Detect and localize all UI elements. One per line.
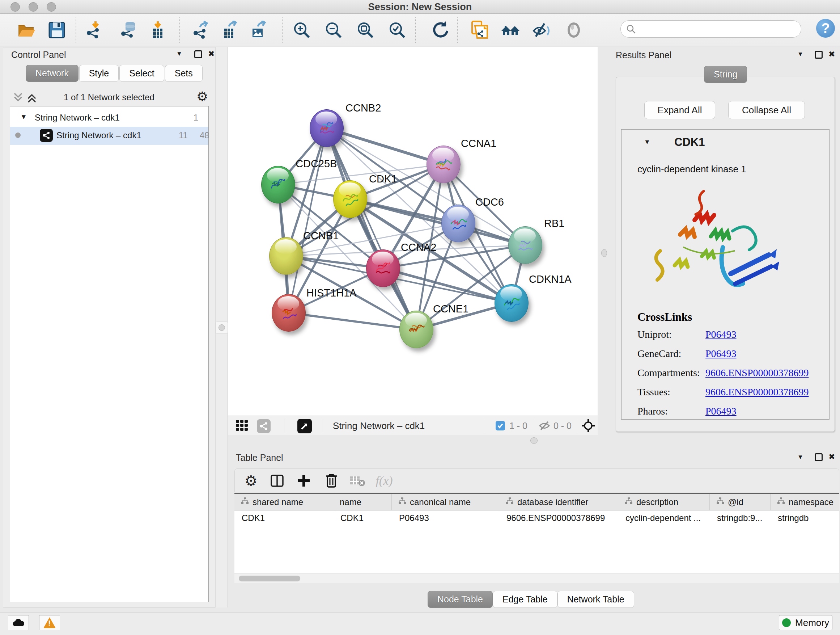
table-cell[interactable]: stringdb:9... bbox=[710, 513, 771, 523]
network-node-ccna1[interactable] bbox=[426, 146, 461, 183]
table-cell[interactable]: 9606.ENSP00000378699 bbox=[499, 513, 618, 523]
table-tab-node-table[interactable]: Node Table bbox=[428, 591, 493, 608]
expand-all-button[interactable]: Expand All bbox=[644, 101, 715, 119]
crosslink-link[interactable]: P06493 bbox=[706, 329, 737, 340]
bottom-splitter-handle[interactable] bbox=[531, 437, 538, 444]
panel-close-icon[interactable]: ✖ bbox=[829, 50, 835, 59]
network-node-cdc6[interactable] bbox=[441, 204, 475, 242]
network-collection-label: String Network – cdk1 bbox=[35, 112, 120, 123]
refresh-layout-icon[interactable] bbox=[431, 20, 451, 40]
add-column-icon[interactable] bbox=[295, 472, 312, 489]
warnings-button[interactable] bbox=[39, 615, 60, 630]
collapse-all-button[interactable]: Collapse All bbox=[728, 101, 805, 119]
cloud-button[interactable] bbox=[8, 615, 29, 630]
panel-maximize-icon[interactable] bbox=[194, 50, 202, 58]
gene-collapse-icon[interactable]: ▼ bbox=[644, 138, 651, 146]
table-cell[interactable]: CDK1 bbox=[234, 513, 333, 523]
crosslink-link[interactable]: 9606.ENSP00000378699 bbox=[706, 367, 808, 379]
control-tab-network[interactable]: Network bbox=[26, 65, 79, 82]
column-header-name[interactable]: name bbox=[333, 494, 392, 510]
panel-close-icon[interactable]: ✖ bbox=[829, 452, 835, 462]
memory-button[interactable]: Memory bbox=[779, 615, 832, 630]
zoom-fit-icon[interactable] bbox=[355, 20, 376, 40]
column-header-id[interactable]: @id bbox=[710, 494, 771, 510]
grid-view-icon[interactable] bbox=[236, 420, 248, 432]
zoom-in-icon[interactable] bbox=[292, 20, 312, 40]
export-network-icon[interactable] bbox=[191, 20, 211, 40]
help-icon[interactable]: ? bbox=[816, 19, 835, 38]
open-in-window-icon[interactable] bbox=[297, 419, 312, 433]
panel-maximize-icon[interactable] bbox=[815, 453, 823, 461]
crosslink-link[interactable]: P06493 bbox=[706, 405, 737, 417]
tree-expander-icon[interactable]: ▼ bbox=[20, 113, 27, 121]
table-tab-edge-table[interactable]: Edge Table bbox=[493, 591, 557, 608]
results-tab-string[interactable]: String bbox=[704, 66, 747, 83]
table-options-gear-icon[interactable]: ⚙ bbox=[243, 472, 259, 489]
export-table-icon[interactable] bbox=[219, 20, 240, 40]
hide-eye-icon[interactable] bbox=[531, 20, 552, 40]
search-input[interactable] bbox=[621, 20, 801, 38]
right-splitter-handle[interactable] bbox=[601, 249, 607, 257]
panel-maximize-icon[interactable] bbox=[815, 51, 823, 59]
collection-count: 1 bbox=[194, 112, 198, 123]
table-cell[interactable]: P06493 bbox=[392, 513, 499, 523]
control-tab-select[interactable]: Select bbox=[119, 65, 164, 82]
table-cell[interactable]: CDK1 bbox=[333, 513, 392, 523]
current-network-name: String Network – cdk1 bbox=[333, 420, 425, 432]
import-network-file-icon[interactable] bbox=[84, 20, 104, 40]
column-header-description[interactable]: description bbox=[618, 494, 710, 510]
gene-header-row[interactable]: ▼ CDK1 bbox=[622, 130, 829, 157]
network-node-ccne1[interactable] bbox=[399, 310, 433, 348]
network-node-ccnb2[interactable] bbox=[309, 109, 344, 147]
crosslink-link[interactable]: P06493 bbox=[706, 348, 737, 359]
homes-icon[interactable] bbox=[500, 20, 521, 40]
open-session-icon[interactable] bbox=[16, 20, 36, 40]
control-tab-sets[interactable]: Sets bbox=[165, 65, 202, 82]
network-node-cdkn1a[interactable] bbox=[494, 284, 529, 322]
string-import-icon[interactable] bbox=[469, 20, 489, 40]
right-splitter[interactable] bbox=[598, 47, 612, 435]
network-node-ccna2[interactable] bbox=[366, 249, 400, 287]
table-hscrollbar-thumb[interactable] bbox=[239, 576, 300, 581]
panel-collapse-icon[interactable]: ▼ bbox=[797, 51, 804, 58]
network-edges[interactable] bbox=[228, 47, 598, 416]
table-tab-network-table[interactable]: Network Table bbox=[557, 591, 634, 608]
show-columns-icon[interactable] bbox=[269, 472, 286, 489]
import-table-file-icon[interactable] bbox=[148, 20, 168, 40]
column-header-canonicalname[interactable]: canonical name bbox=[392, 494, 499, 510]
panel-close-icon[interactable]: ✖ bbox=[208, 49, 215, 59]
import-network-database-icon[interactable] bbox=[118, 20, 139, 40]
node-label-ccna2: CCNA2 bbox=[401, 241, 436, 253]
column-header-sharedname[interactable]: shared name bbox=[234, 494, 333, 510]
network-collection-row[interactable]: ▼ String Network – cdk1 1 bbox=[10, 110, 208, 127]
panel-collapse-icon[interactable]: ▼ bbox=[797, 454, 804, 461]
table-cell[interactable]: cyclin-dependent ... bbox=[618, 513, 710, 523]
table-cell[interactable]: stringdb bbox=[771, 513, 840, 523]
panel-collapse-icon[interactable]: ▼ bbox=[176, 50, 182, 57]
save-session-icon[interactable] bbox=[47, 20, 67, 40]
control-tab-style[interactable]: Style bbox=[79, 65, 119, 82]
network-node-rb1[interactable] bbox=[508, 226, 542, 264]
table-hscrollbar[interactable] bbox=[234, 573, 839, 583]
network-node-cdc25b[interactable] bbox=[261, 166, 295, 203]
crosslink-link[interactable]: 9606.ENSP00000378699 bbox=[706, 386, 808, 398]
left-splitter-handle[interactable] bbox=[216, 321, 228, 334]
network-node-ccnb1[interactable] bbox=[269, 237, 303, 275]
share-view-icon[interactable] bbox=[257, 419, 271, 433]
table-row[interactable]: CDK1CDK1P064939606.ENSP00000378699cyclin… bbox=[234, 510, 839, 526]
network-node-cdk1[interactable] bbox=[333, 180, 367, 218]
column-header-namespace[interactable]: namespace bbox=[771, 494, 840, 510]
birdseye-crosshair-icon[interactable] bbox=[581, 418, 595, 434]
show-preview-icon[interactable] bbox=[564, 20, 584, 40]
left-splitter[interactable] bbox=[215, 47, 228, 608]
zoom-out-icon[interactable] bbox=[324, 20, 344, 40]
network-node-hist1h1a[interactable] bbox=[272, 294, 306, 332]
network-row-selected[interactable]: String Network – cdk1 11 48 bbox=[10, 127, 208, 145]
selected-checkbox-icon[interactable] bbox=[496, 421, 505, 431]
hidden-eye-icon[interactable] bbox=[538, 420, 551, 432]
column-header-databaseidentifier[interactable]: database identifier bbox=[499, 494, 618, 510]
export-image-icon[interactable] bbox=[248, 20, 269, 40]
delete-column-icon[interactable] bbox=[323, 472, 340, 489]
network-canvas[interactable]: CCNB2CCNA1CDC25BCDK1CDC6RB1CCNB1CCNA2CDK… bbox=[228, 47, 598, 416]
zoom-selected-icon[interactable] bbox=[387, 20, 407, 40]
